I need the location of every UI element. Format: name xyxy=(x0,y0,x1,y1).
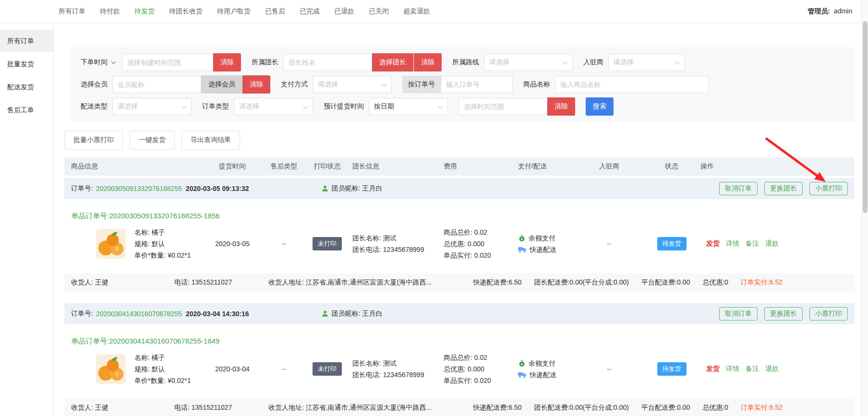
clear-member-button[interactable]: 清除 xyxy=(242,75,270,94)
pickup-date: 2020-03-04 xyxy=(199,365,266,373)
sidebar-item-all-orders[interactable]: 所有订单 xyxy=(0,30,53,52)
header-cell-print-status: 打印状态 xyxy=(302,162,352,171)
clear-leader-button[interactable]: 清除 xyxy=(414,53,442,71)
search-button[interactable]: 搜索 xyxy=(586,97,614,116)
product-image[interactable] xyxy=(96,354,126,384)
order-no-addon-label: 按订单号 xyxy=(402,76,441,93)
order-type-select[interactable]: 请选择 xyxy=(234,98,313,115)
main-content: 下单时间 清除 所属团长 选择团长 清除 所属路线 请选择 入驻商 请选择 xyxy=(54,23,868,416)
member-nick-input[interactable] xyxy=(112,76,201,93)
truck-icon xyxy=(518,371,527,379)
product-name-input[interactable] xyxy=(555,76,709,93)
route-select-placeholder: 请选择 xyxy=(489,58,509,67)
order-time-dropdown[interactable]: 下单时间 xyxy=(81,58,116,67)
clear-created-range-button[interactable]: 清除 xyxy=(213,53,241,71)
fee-cell: 商品总价: 0.02 总优惠: 0.000 单品实付: 0.020 xyxy=(444,352,518,386)
order-no-link[interactable]: 20200304143016070678255 xyxy=(96,310,182,318)
print-receipt-button[interactable]: 小票打印 xyxy=(809,182,848,195)
ship-link[interactable]: 发货 xyxy=(706,239,720,248)
print-status-badge: 未打印 xyxy=(313,237,342,250)
pay-method-select[interactable]: 请选择 xyxy=(313,76,392,93)
order-item-row: 名称: 橘子 规格: 默认 单价*数量: ¥0.02*1 2020-03-05 … xyxy=(64,221,855,273)
select-leader-button[interactable]: 选择团长 xyxy=(372,53,413,71)
pickup-date-mode-select[interactable]: 按日期 xyxy=(369,98,448,115)
tab-user-pickup[interactable]: 待用户取货 xyxy=(217,7,251,16)
product-image[interactable] xyxy=(96,229,126,259)
tab-aftersale[interactable]: 已售后 xyxy=(265,7,285,16)
time-range-input[interactable] xyxy=(458,98,547,115)
clear-time-range-button[interactable]: 清除 xyxy=(547,97,575,116)
operations-cell: 发货 详情 备注 退款 xyxy=(700,365,855,373)
refund-link[interactable]: 退款 xyxy=(765,239,779,248)
note-link[interactable]: 备注 xyxy=(746,365,759,373)
cancel-order-button[interactable]: 取消订单 xyxy=(719,307,758,321)
consignee-address: 收货人地址: 江苏省,南通市,通州区富源大厦(海中路西... xyxy=(268,404,460,412)
print-receipt-button[interactable]: 小票打印 xyxy=(809,307,848,321)
product-detail: 名称: 橘子 规格: 默认 单价*数量: ¥0.02*1 xyxy=(134,226,191,261)
svg-text:¥: ¥ xyxy=(521,362,523,367)
chevron-down-icon xyxy=(181,104,186,109)
detail-link[interactable]: 详情 xyxy=(726,239,739,248)
sub-order-no[interactable]: 单品订单号:20200305091332076188255-1856 xyxy=(64,199,855,221)
product-spec: 规格: 默认 xyxy=(134,238,191,250)
table-header: 商品信息 提货时间 售后类型 打印状态 团长信息 费用 支付/配送 入驻商 状态… xyxy=(64,157,855,176)
consignee-phone: 电话: 13515211027 xyxy=(174,404,268,412)
created-range-input[interactable] xyxy=(122,54,213,71)
batch-print-button[interactable]: 批量小票打印 xyxy=(64,131,123,150)
change-leader-button[interactable]: 更换团长 xyxy=(764,182,803,195)
leader-name-input[interactable] xyxy=(283,54,372,71)
aftersale-type: -- xyxy=(266,240,302,248)
tab-completed[interactable]: 已完成 xyxy=(300,7,320,16)
export-results-button[interactable]: 导出查询结果 xyxy=(181,131,240,150)
leader-fee: 团长配送费:0.00(平台分成:0.00) xyxy=(534,278,629,287)
delivery-type-select[interactable]: 请选择 xyxy=(112,98,192,115)
select-member-button[interactable]: 选择会员 xyxy=(201,75,242,94)
top-nav: 所有订单 待付款 待发货 待团长收货 待用户取货 已售后 已完成 已退款 已关闭… xyxy=(0,0,868,23)
delivery-type-placeholder: 请选择 xyxy=(118,102,138,111)
tab-oversold-refund[interactable]: 超卖退款 xyxy=(403,7,430,16)
tab-all-orders[interactable]: 所有订单 xyxy=(59,7,85,16)
discount: 总优惠: 0.000 xyxy=(444,363,518,375)
ship-link[interactable]: 发货 xyxy=(706,365,720,373)
admin-name[interactable]: admin xyxy=(834,7,852,15)
product-detail: 名称: 橘子 规格: 默认 单价*数量: ¥0.02*1 xyxy=(134,352,191,386)
sidebar-item-aftersale-ticket[interactable]: 售后工单 xyxy=(0,99,53,121)
tab-leader-receive[interactable]: 待团长收货 xyxy=(169,7,203,16)
consignee: 收货人: 王健 xyxy=(71,278,174,287)
merchant-select-placeholder: 请选择 xyxy=(614,58,634,67)
order-header-row: 订单号: 20200304143016070678255 2020-03-04 … xyxy=(64,303,855,324)
route-select[interactable]: 请选择 xyxy=(484,54,573,71)
scrollbar-thumb[interactable] xyxy=(863,21,868,213)
tab-to-ship[interactable]: 待发货 xyxy=(134,7,155,16)
header-cell-pay-delivery: 支付/配送 xyxy=(518,162,576,171)
sidebar-item-batch-ship[interactable]: 批量发货 xyxy=(0,53,53,75)
merchant-select[interactable]: 请选择 xyxy=(608,54,685,71)
note-link[interactable]: 备注 xyxy=(746,239,759,248)
order-no-input[interactable] xyxy=(441,76,513,93)
admin-label: 管理员: xyxy=(808,7,830,15)
order-footer-row: 收货人: 王健 电话: 13515211027 收货人地址: 江苏省,南通市,通… xyxy=(64,273,855,292)
tab-refunded[interactable]: 已退款 xyxy=(334,7,354,16)
order-footer-row: 收货人: 王健 电话: 13515211027 收货人地址: 江苏省,南通市,通… xyxy=(64,399,855,416)
change-leader-button[interactable]: 更换团长 xyxy=(764,307,803,321)
pay-method-label: 支付方式 xyxy=(281,80,308,89)
chevron-down-icon xyxy=(438,104,443,109)
cancel-order-button[interactable]: 取消订单 xyxy=(719,182,758,195)
order-group: 订单号: 20200304143016070678255 2020-03-04 … xyxy=(64,303,855,416)
truck-icon xyxy=(518,246,527,253)
tab-closed[interactable]: 已关闭 xyxy=(369,7,389,16)
member-nickname: 团员昵称: 王月白 xyxy=(332,184,383,193)
scrollbar[interactable] xyxy=(861,0,868,416)
chevron-down-icon xyxy=(303,104,308,109)
refund-link[interactable]: 退款 xyxy=(765,365,779,373)
product-spec: 规格: 默认 xyxy=(134,363,191,375)
detail-link[interactable]: 详情 xyxy=(726,365,739,373)
one-click-ship-button[interactable]: 一键发货 xyxy=(130,131,175,150)
toolbar: 批量小票打印 一键发货 导出查询结果 xyxy=(64,131,855,150)
order-no-link[interactable]: 20200305091332076188255 xyxy=(96,185,182,192)
order-group: 订单号: 20200305091332076188255 2020-03-05 … xyxy=(64,178,855,292)
tab-pending-payment[interactable]: 待付款 xyxy=(100,7,120,16)
sidebar-item-delivery-ship[interactable]: 配送发货 xyxy=(0,76,53,98)
leader-name: 团长名称: 测试 xyxy=(352,232,444,244)
sub-order-no[interactable]: 单品订单号:20200304143016070678255-1849 xyxy=(64,324,855,346)
